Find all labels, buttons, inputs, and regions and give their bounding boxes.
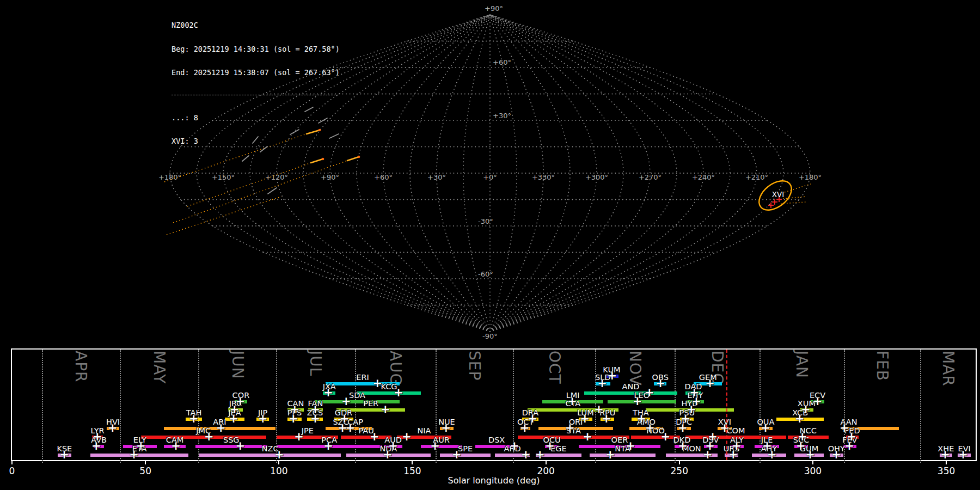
x-tick-label: 350	[938, 465, 955, 476]
grid-meridian	[197, 15, 490, 332]
peak-marker-NIA: +	[402, 431, 412, 443]
x-tick	[679, 461, 680, 464]
ra-label: +120°	[265, 173, 288, 181]
peak-marker-EGE: +	[535, 449, 545, 461]
track-dotted-line	[167, 197, 281, 235]
peak-marker-TAH: +	[189, 413, 199, 425]
peak-marker-JXA: +	[323, 387, 333, 399]
track-dotted-line	[173, 161, 347, 223]
peak-marker-GEM: +	[705, 378, 715, 389]
peak-marker-EVI: +	[958, 449, 968, 461]
x-tick	[546, 461, 547, 464]
x-tick-label: 300	[804, 465, 822, 476]
peak-marker-SPE: +	[452, 449, 462, 461]
peak-marker-PCA: +	[323, 440, 333, 452]
peak-marker-KCG: +	[394, 387, 403, 399]
shower-bar-NZC	[199, 454, 341, 457]
x-tick	[946, 461, 947, 464]
grid-meridian	[490, 15, 757, 332]
peak-marker-HVI: +	[108, 422, 118, 434]
dec-label: -90°	[482, 332, 498, 340]
shower-label-NIA: NIA	[417, 427, 431, 435]
track-tip-dot	[318, 129, 321, 132]
activity-chart: APRMAYJUNJULAUGSEPOCTNOVDECJANFEBMAR+KUM…	[11, 348, 977, 461]
peak-marker-URS: +	[728, 449, 738, 461]
sporadic-streak	[329, 134, 339, 138]
peak-marker-AVB: +	[91, 440, 101, 452]
shower-label-AND: AND	[622, 383, 640, 391]
ra-label: +210°	[745, 173, 768, 181]
peak-marker-ORI: +	[565, 422, 575, 434]
peak-marker-NZC: +	[274, 449, 284, 461]
dec-label: +90°	[485, 4, 503, 13]
peak-marker-AHY: +	[767, 449, 777, 461]
x-tick	[145, 461, 146, 464]
shower-bar-AND	[584, 391, 677, 395]
shower-label-PER: PER	[363, 400, 378, 408]
month-label-OCT: OCT	[547, 351, 562, 384]
dec-label: -60°	[478, 270, 493, 278]
peak-marker-JPE: +	[294, 431, 304, 443]
month-label-JAN: JAN	[794, 351, 809, 378]
peak-marker-STA: +	[583, 431, 592, 443]
peak-marker-LMI: +	[567, 396, 577, 407]
track-solid-segment	[307, 130, 320, 134]
peak-marker-DPC: +	[678, 422, 688, 434]
month-label-JUN: JUN	[230, 351, 245, 379]
x-tick	[812, 461, 813, 464]
shower-label-DSX: DSX	[488, 436, 505, 444]
peak-marker-KUM: +	[607, 370, 617, 382]
ra-label: +270°	[639, 173, 661, 181]
peak-marker-LUM: +	[580, 413, 590, 425]
peak-marker-PAU: +	[370, 431, 379, 443]
peak-marker-SLD: +	[597, 378, 607, 389]
sporadic-streak	[253, 137, 258, 143]
sporadic-streak	[260, 146, 267, 152]
track-tip-dot	[358, 156, 360, 158]
peak-marker-NDA: +	[383, 449, 393, 461]
month-label-FEB: FEB	[874, 351, 890, 381]
x-tick	[412, 461, 413, 464]
peak-marker-SCC: +	[796, 440, 806, 452]
peak-marker-NUE: +	[441, 422, 451, 434]
peak-marker-ARI: +	[216, 422, 226, 434]
peak-marker-JMC: +	[204, 431, 214, 443]
ra-axis-labels: +180°+150°+120°+90°+60°+30°+0°+330°+300°…	[158, 173, 822, 181]
ra-label: +180°	[158, 173, 181, 181]
peak-marker-NTA: +	[605, 449, 615, 461]
peak-marker-CAP: +	[345, 422, 355, 434]
month-boundary-line	[920, 350, 921, 463]
x-axis-title: Solar longitude (deg)	[448, 475, 540, 486]
dec-label: -30°	[478, 217, 493, 225]
peak-marker-DKD: +	[678, 440, 688, 452]
x-tick-label: 200	[537, 465, 554, 476]
ra-label: +330°	[532, 173, 555, 181]
x-tick-label: 250	[671, 465, 688, 476]
shower-bar-JMC	[141, 436, 266, 439]
peak-marker-QUA: +	[761, 422, 770, 434]
ra-label: +300°	[585, 173, 608, 181]
month-boundary-line	[120, 350, 121, 463]
peak-marker-ECV: +	[813, 396, 823, 407]
shower-bar-SSG	[195, 445, 267, 448]
peak-marker-ERI: +	[372, 378, 382, 389]
ra-label: +150°	[212, 173, 235, 181]
month-label-MAY: MAY	[151, 351, 167, 384]
peak-marker-RPU: +	[602, 413, 611, 425]
sporadic-streak	[318, 118, 327, 123]
radiant-label: XVI	[772, 190, 784, 199]
shower-label-SDA: SDA	[349, 391, 365, 400]
month-label-NOV: NOV	[627, 351, 642, 386]
shower-bar-KCG	[357, 391, 421, 395]
peak-marker-OHY: +	[831, 449, 841, 461]
x-tick-label: 150	[403, 465, 421, 476]
peak-marker-PER: +	[381, 404, 390, 415]
meteor-radiant-dashboard: NZ002C Beg: 20251219 14:30:31 (sol = 267…	[0, 0, 980, 490]
sporadic-streak	[290, 130, 299, 134]
peak-marker-DSX: +	[510, 440, 519, 452]
month-label-JUL: JUL	[308, 351, 323, 376]
peak-marker-ARD: +	[521, 449, 531, 461]
peak-marker-LEO: +	[633, 396, 642, 407]
track-tip-dot	[322, 158, 324, 161]
ra-label: +240°	[692, 173, 715, 181]
